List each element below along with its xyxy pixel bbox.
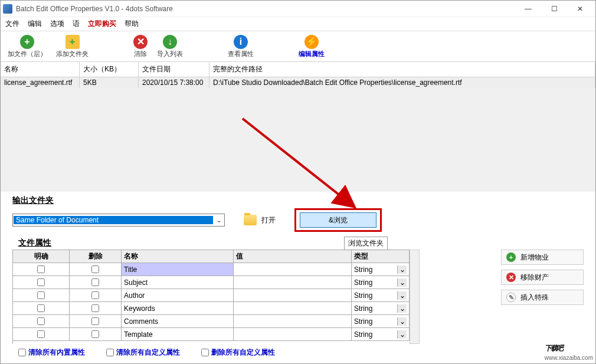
props-grid: 明确 删除 名称 值 类型 TitleString⌄SubjectString⌄… bbox=[12, 250, 410, 344]
name-cell[interactable]: Comments bbox=[122, 315, 234, 328]
edit-props-button[interactable]: ⚡ 编辑属性 bbox=[295, 34, 328, 60]
type-cell[interactable]: String⌄ bbox=[352, 315, 410, 328]
hdr-delete[interactable]: 删除 bbox=[70, 250, 122, 263]
folder-icon bbox=[244, 215, 257, 225]
output-label: 输出文件夹 bbox=[12, 195, 584, 206]
file-date-cell: 2020/10/15 7:38:00 bbox=[139, 77, 209, 88]
menu-lang[interactable]: 语 bbox=[73, 19, 80, 29]
output-folder-combo[interactable]: Same Folder of Document ⌄ bbox=[12, 214, 225, 227]
hdr-type[interactable]: 类型 bbox=[352, 250, 410, 263]
x-icon: ✕ bbox=[133, 35, 148, 49]
delete-custom-check[interactable]: 删除所有自定义属性 bbox=[201, 347, 275, 358]
toolbar: + 加文件（层） + 添加文件夹 ✕ 清除 ↓ 导入列表 i 查看属性 ⚡ 编辑… bbox=[1, 31, 595, 62]
menubar: 文件 编辑 选项 语 立即购买 帮助 bbox=[1, 17, 595, 31]
import-button[interactable]: ↓ 导入列表 bbox=[153, 34, 186, 60]
delete-cell[interactable] bbox=[70, 302, 122, 315]
type-cell[interactable]: String⌄ bbox=[352, 289, 410, 302]
file-size-cell: 5KB bbox=[80, 77, 139, 88]
edit-icon: ✎ bbox=[506, 293, 516, 302]
add-file-button[interactable]: + 加文件（层） bbox=[4, 34, 50, 60]
add-folder-button[interactable]: + 添加文件夹 bbox=[53, 34, 92, 60]
plus-icon: + bbox=[506, 252, 516, 262]
prop-row[interactable]: SubjectString⌄ bbox=[13, 276, 410, 289]
minimize-button[interactable]: — bbox=[515, 1, 541, 17]
clear-builtin-check[interactable]: 清除所有内置属性 bbox=[18, 347, 85, 358]
window-title: Batch Edit Office Properties V1.0 - 4dot… bbox=[16, 5, 515, 13]
clear-cell[interactable] bbox=[13, 315, 70, 328]
maximize-button[interactable]: ☐ bbox=[541, 1, 567, 17]
col-date[interactable]: 文件日期 bbox=[139, 62, 209, 77]
col-size[interactable]: 大小（KB） bbox=[80, 62, 139, 77]
hdr-clear[interactable]: 明确 bbox=[13, 250, 70, 263]
chevron-down-icon: ⌄ bbox=[397, 265, 407, 274]
clear-cell[interactable] bbox=[13, 289, 70, 302]
col-path[interactable]: 完整的文件路径 bbox=[209, 62, 595, 77]
clear-custom-check[interactable]: 清除所有自定义属性 bbox=[106, 347, 180, 358]
chevron-down-icon: ⌄ bbox=[397, 278, 407, 287]
delete-cell[interactable] bbox=[70, 276, 122, 289]
prop-row[interactable]: TitleString⌄ bbox=[13, 263, 410, 276]
value-cell[interactable] bbox=[234, 276, 352, 289]
file-row[interactable]: license_agreement.rtf 5KB 2020/10/15 7:3… bbox=[1, 77, 595, 88]
close-button[interactable]: ✕ bbox=[567, 1, 593, 17]
type-cell[interactable]: String⌄ bbox=[352, 328, 410, 341]
menu-edit[interactable]: 编辑 bbox=[28, 19, 42, 29]
value-cell[interactable] bbox=[234, 328, 352, 341]
browse-tooltip: 浏览文件夹 bbox=[344, 237, 388, 250]
file-path-cell: D:\iTube Studio Downloaded\Batch Edit Of… bbox=[209, 77, 595, 88]
vertical-scrollbar[interactable] bbox=[410, 250, 420, 344]
type-cell[interactable]: String⌄ bbox=[352, 276, 410, 289]
prop-row[interactable]: KeywordsString⌄ bbox=[13, 302, 410, 315]
browse-button[interactable]: &浏览 bbox=[300, 212, 376, 228]
insert-special-button[interactable]: ✎ 插入特殊 bbox=[501, 290, 584, 305]
remove-property-button[interactable]: ✕ 移除财产 bbox=[501, 270, 584, 285]
output-section: 输出文件夹 Same Folder of Document ⌄ 打开 &浏览 bbox=[1, 192, 595, 234]
value-cell[interactable] bbox=[234, 289, 352, 302]
name-cell[interactable]: Keywords bbox=[122, 302, 234, 315]
name-cell[interactable]: Template bbox=[122, 328, 234, 341]
name-cell[interactable]: Subject bbox=[122, 276, 234, 289]
titlebar: Batch Edit Office Properties V1.0 - 4dot… bbox=[1, 1, 595, 17]
add-property-button[interactable]: + 新增物业 bbox=[501, 250, 584, 265]
menu-help[interactable]: 帮助 bbox=[125, 19, 139, 29]
delete-cell[interactable] bbox=[70, 328, 122, 341]
prop-row[interactable]: CommentsString⌄ bbox=[13, 315, 410, 328]
folder-plus-icon: + bbox=[66, 35, 80, 49]
prop-row[interactable]: AuthorString⌄ bbox=[13, 289, 410, 302]
file-name-cell: license_agreement.rtf bbox=[1, 77, 80, 88]
value-cell[interactable] bbox=[234, 263, 352, 276]
chevron-down-icon: ⌄ bbox=[397, 291, 407, 300]
hdr-name[interactable]: 名称 bbox=[122, 250, 234, 263]
menu-file[interactable]: 文件 bbox=[5, 19, 19, 29]
col-name[interactable]: 名称 bbox=[1, 62, 80, 77]
bolt-icon: ⚡ bbox=[304, 35, 319, 49]
chevron-down-icon: ⌄ bbox=[397, 330, 407, 339]
delete-cell[interactable] bbox=[70, 263, 122, 276]
open-button[interactable]: 打开 bbox=[234, 213, 285, 227]
delete-cell[interactable] bbox=[70, 289, 122, 302]
clear-cell[interactable] bbox=[13, 263, 70, 276]
props-label: 文件属性 bbox=[18, 238, 492, 248]
browse-highlight: &浏览 bbox=[294, 208, 382, 232]
prop-row[interactable]: TemplateString⌄ bbox=[13, 328, 410, 341]
chevron-down-icon: ⌄ bbox=[214, 216, 224, 224]
x-icon: ✕ bbox=[506, 273, 516, 282]
name-cell[interactable]: Title bbox=[122, 263, 234, 276]
file-list: 名称 大小（KB） 文件日期 完整的文件路径 license_agreement… bbox=[1, 62, 595, 192]
value-cell[interactable] bbox=[234, 302, 352, 315]
watermark: 下载吧 www.xiazaiba.com bbox=[545, 336, 593, 361]
view-props-button[interactable]: i 查看属性 bbox=[224, 34, 257, 60]
type-cell[interactable]: String⌄ bbox=[352, 263, 410, 276]
value-cell[interactable] bbox=[234, 315, 352, 328]
clear-cell[interactable] bbox=[13, 276, 70, 289]
menu-options[interactable]: 选项 bbox=[50, 19, 64, 29]
import-icon: ↓ bbox=[163, 35, 177, 49]
menu-buy[interactable]: 立即购买 bbox=[88, 19, 116, 29]
clear-cell[interactable] bbox=[13, 328, 70, 341]
type-cell[interactable]: String⌄ bbox=[352, 302, 410, 315]
name-cell[interactable]: Author bbox=[122, 289, 234, 302]
clear-button[interactable]: ✕ 清除 bbox=[130, 34, 151, 60]
hdr-value[interactable]: 值 bbox=[234, 250, 352, 263]
clear-cell[interactable] bbox=[13, 302, 70, 315]
delete-cell[interactable] bbox=[70, 315, 122, 328]
